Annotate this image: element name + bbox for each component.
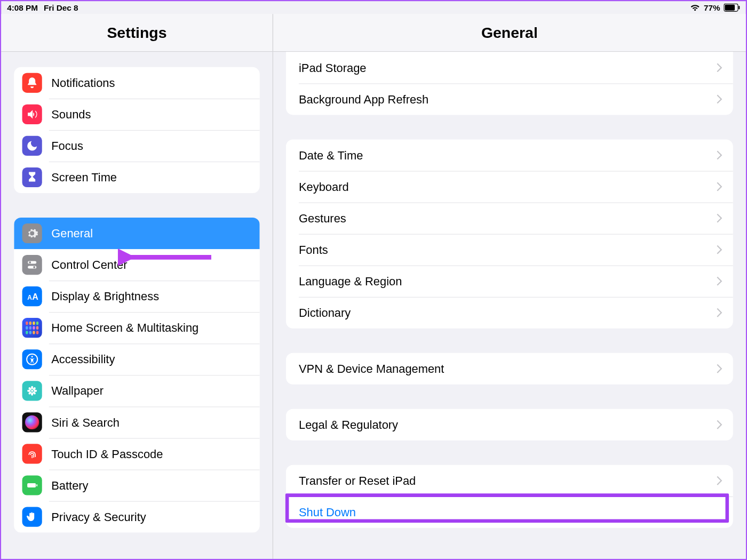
- hourglass-icon: [22, 167, 42, 187]
- sidebar-item-label: Display & Brightness: [51, 290, 159, 303]
- svg-point-14: [31, 393, 33, 396]
- row-label: Transfer or Reset iPad: [299, 474, 717, 487]
- status-battery-percent: 77%: [704, 3, 720, 12]
- row-label: Dictionary: [299, 306, 717, 319]
- svg-point-3: [31, 232, 34, 235]
- chevron-right-icon: [717, 182, 722, 191]
- svg-point-7: [33, 266, 35, 268]
- svg-rect-1: [725, 5, 735, 11]
- sidebar-item-label: Home Screen & Multitasking: [51, 321, 198, 334]
- sidebar-group-1: Notifications Sounds Focus Screen Time: [14, 67, 259, 193]
- row-label: Language & Region: [299, 275, 717, 288]
- svg-rect-22: [36, 484, 37, 486]
- sidebar-item-home-screen[interactable]: Home Screen & Multitasking: [14, 312, 259, 343]
- row-label: Keyboard: [299, 180, 717, 193]
- svg-point-16: [34, 390, 37, 392]
- chevron-right-icon: [717, 150, 722, 160]
- svg-point-11: [31, 356, 33, 357]
- text-size-icon: AA: [22, 286, 42, 306]
- battery-icon: [724, 4, 740, 12]
- toggles-icon: [22, 255, 42, 275]
- row-label: Date & Time: [299, 148, 717, 162]
- sidebar-item-control-center[interactable]: Control Center: [14, 249, 259, 281]
- ipad-settings-screen: 4:08 PM Fri Dec 8 77% Settings General N…: [0, 0, 747, 560]
- chevron-right-icon: [717, 245, 722, 254]
- row-shut-down[interactable]: Shut Down: [286, 497, 733, 528]
- sidebar-item-accessibility[interactable]: Accessibility: [14, 343, 259, 375]
- row-transfer-reset[interactable]: Transfer or Reset iPad: [286, 465, 733, 497]
- page-title: General: [481, 23, 538, 42]
- row-vpn-device-management[interactable]: VPN & Device Management: [286, 353, 733, 385]
- chevron-right-icon: [717, 364, 722, 374]
- gear-icon: [22, 223, 42, 243]
- sidebar-item-label: Touch ID & Passcode: [51, 447, 163, 460]
- status-bar: 4:08 PM Fri Dec 8 77%: [1, 1, 746, 14]
- wifi-icon: [690, 4, 701, 12]
- status-time: 4:08 PM: [7, 3, 38, 12]
- sidebar-item-sounds[interactable]: Sounds: [14, 99, 259, 130]
- sidebar-item-screentime[interactable]: Screen Time: [14, 162, 259, 193]
- sidebar-item-focus[interactable]: Focus: [14, 130, 259, 162]
- siri-icon: [22, 412, 42, 432]
- row-legal-regulatory[interactable]: Legal & Regulatory: [286, 409, 733, 441]
- sidebar-item-touchid[interactable]: Touch ID & Passcode: [14, 438, 259, 469]
- sidebar-item-label: Notifications: [51, 76, 115, 90]
- accessibility-icon: [22, 349, 42, 369]
- row-date-time[interactable]: Date & Time: [286, 139, 733, 171]
- header-bar: Settings General: [1, 14, 746, 52]
- svg-rect-21: [27, 483, 36, 487]
- sidebar-item-label: Wallpaper: [51, 384, 104, 397]
- svg-text:A: A: [32, 292, 38, 301]
- sidebar-item-battery[interactable]: Battery: [14, 469, 259, 501]
- sidebar-item-label: Control Center: [51, 258, 127, 271]
- general-detail-pane: iPad Storage Background App Refresh Date…: [273, 52, 746, 558]
- row-label: Legal & Regulatory: [299, 418, 717, 431]
- row-gestures[interactable]: Gestures: [286, 203, 733, 234]
- sidebar-item-label: Siri & Search: [51, 415, 120, 429]
- flower-icon: [22, 381, 42, 401]
- svg-point-12: [31, 390, 33, 392]
- chevron-right-icon: [717, 94, 722, 104]
- app-grid-icon: [22, 318, 42, 338]
- sidebar-item-display[interactable]: AA Display & Brightness: [14, 281, 259, 312]
- settings-sidebar: Notifications Sounds Focus Screen Time: [1, 52, 273, 558]
- row-background-app-refresh[interactable]: Background App Refresh: [286, 83, 733, 115]
- chevron-right-icon: [717, 476, 722, 486]
- row-dictionary[interactable]: Dictionary: [286, 297, 733, 329]
- group-input: Date & Time Keyboard Gestures Fonts Lang…: [286, 139, 733, 328]
- row-fonts[interactable]: Fonts: [286, 234, 733, 266]
- chevron-right-icon: [717, 308, 722, 318]
- speaker-icon: [22, 105, 42, 124]
- svg-point-13: [31, 386, 33, 389]
- row-label: VPN & Device Management: [299, 362, 717, 375]
- row-language-region[interactable]: Language & Region: [286, 266, 733, 297]
- sidebar-item-label: Privacy & Security: [51, 510, 146, 523]
- chevron-right-icon: [717, 213, 722, 223]
- moon-icon: [22, 136, 42, 156]
- bell-icon: [22, 73, 42, 93]
- group-vpn: VPN & Device Management: [286, 353, 733, 385]
- sidebar-item-label: Focus: [51, 139, 83, 153]
- sidebar-item-general[interactable]: General: [14, 218, 259, 249]
- sidebar-item-wallpaper[interactable]: Wallpaper: [14, 375, 259, 406]
- sidebar-item-siri[interactable]: Siri & Search: [14, 406, 259, 438]
- group-reset: Transfer or Reset iPad Shut Down: [286, 465, 733, 528]
- chevron-right-icon: [717, 63, 722, 73]
- row-label: Gestures: [299, 211, 717, 225]
- row-keyboard[interactable]: Keyboard: [286, 171, 733, 202]
- sidebar-item-label: Accessibility: [51, 353, 115, 366]
- status-date: Fri Dec 8: [44, 3, 78, 12]
- row-ipad-storage[interactable]: iPad Storage: [286, 52, 733, 83]
- group-storage: iPad Storage Background App Refresh: [286, 52, 733, 115]
- hand-icon: [22, 507, 42, 526]
- sidebar-item-privacy[interactable]: Privacy & Security: [14, 501, 259, 533]
- row-label: Background App Refresh: [299, 92, 717, 106]
- svg-text:A: A: [27, 294, 32, 301]
- chevron-right-icon: [717, 276, 722, 286]
- sidebar-item-notifications[interactable]: Notifications: [14, 67, 259, 99]
- sidebar-title: Settings: [107, 23, 166, 42]
- sidebar-item-label: Screen Time: [51, 171, 117, 184]
- row-label: iPad Storage: [299, 61, 717, 74]
- svg-point-5: [29, 261, 31, 263]
- fingerprint-icon: [22, 444, 42, 463]
